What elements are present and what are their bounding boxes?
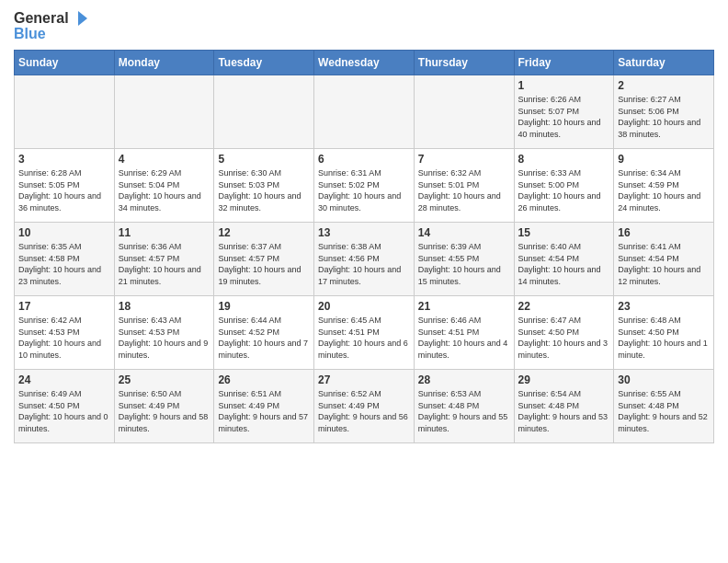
day-cell: 7Sunrise: 6:32 AM Sunset: 5:01 PM Daylig… (414, 149, 514, 223)
day-cell: 17Sunrise: 6:42 AM Sunset: 4:53 PM Dayli… (15, 296, 115, 370)
day-number: 8 (518, 153, 610, 166)
day-cell: 29Sunrise: 6:54 AM Sunset: 4:48 PM Dayli… (514, 370, 614, 443)
day-info: Sunrise: 6:34 AM Sunset: 4:59 PM Dayligh… (618, 167, 710, 213)
day-number: 12 (218, 226, 310, 239)
day-info: Sunrise: 6:42 AM Sunset: 4:53 PM Dayligh… (18, 315, 110, 361)
week-row-1: 3Sunrise: 6:28 AM Sunset: 5:05 PM Daylig… (15, 149, 714, 223)
week-row-4: 24Sunrise: 6:49 AM Sunset: 4:50 PM Dayli… (15, 370, 714, 443)
day-number: 20 (318, 300, 410, 313)
day-cell: 15Sunrise: 6:40 AM Sunset: 4:54 PM Dayli… (514, 223, 614, 296)
week-row-3: 17Sunrise: 6:42 AM Sunset: 4:53 PM Dayli… (15, 296, 714, 370)
header-cell-thursday: Thursday (414, 51, 514, 75)
day-info: Sunrise: 6:43 AM Sunset: 4:53 PM Dayligh… (119, 315, 210, 361)
day-cell: 11Sunrise: 6:36 AM Sunset: 4:57 PM Dayli… (114, 223, 214, 296)
day-cell: 6Sunrise: 6:31 AM Sunset: 5:02 PM Daylig… (314, 149, 415, 223)
day-number: 5 (218, 153, 310, 166)
day-cell: 12Sunrise: 6:37 AM Sunset: 4:57 PM Dayli… (214, 223, 314, 296)
logo-general: General (14, 10, 69, 27)
svg-marker-0 (78, 11, 87, 26)
day-info: Sunrise: 6:48 AM Sunset: 4:50 PM Dayligh… (618, 315, 710, 361)
day-number: 24 (18, 373, 110, 386)
day-cell: 1Sunrise: 6:26 AM Sunset: 5:07 PM Daylig… (514, 75, 614, 149)
day-info: Sunrise: 6:40 AM Sunset: 4:54 PM Dayligh… (518, 241, 610, 287)
day-cell (314, 75, 415, 149)
day-info: Sunrise: 6:28 AM Sunset: 5:05 PM Dayligh… (18, 167, 110, 213)
logo-text-block: General Blue (14, 9, 89, 42)
day-cell: 22Sunrise: 6:47 AM Sunset: 4:50 PM Dayli… (514, 296, 614, 370)
day-cell (214, 75, 314, 149)
day-number: 14 (418, 226, 510, 239)
week-row-2: 10Sunrise: 6:35 AM Sunset: 4:58 PM Dayli… (15, 223, 714, 296)
day-cell: 5Sunrise: 6:30 AM Sunset: 5:03 PM Daylig… (214, 149, 314, 223)
day-number: 2 (618, 79, 710, 92)
day-cell (114, 75, 214, 149)
day-cell: 25Sunrise: 6:50 AM Sunset: 4:49 PM Dayli… (114, 370, 214, 443)
day-number: 18 (119, 300, 210, 313)
day-number: 30 (618, 373, 710, 386)
header-cell-saturday: Saturday (614, 51, 714, 75)
day-info: Sunrise: 6:51 AM Sunset: 4:49 PM Dayligh… (218, 388, 310, 434)
day-info: Sunrise: 6:45 AM Sunset: 4:51 PM Dayligh… (318, 315, 410, 361)
day-number: 19 (218, 300, 310, 313)
day-number: 25 (119, 373, 210, 386)
day-info: Sunrise: 6:30 AM Sunset: 5:03 PM Dayligh… (218, 167, 310, 213)
day-info: Sunrise: 6:39 AM Sunset: 4:55 PM Dayligh… (418, 241, 510, 287)
day-cell: 13Sunrise: 6:38 AM Sunset: 4:56 PM Dayli… (314, 223, 415, 296)
day-info: Sunrise: 6:33 AM Sunset: 5:00 PM Dayligh… (518, 167, 610, 213)
day-number: 7 (418, 153, 510, 166)
calendar-table: SundayMondayTuesdayWednesdayThursdayFrid… (14, 50, 714, 443)
day-cell: 14Sunrise: 6:39 AM Sunset: 4:55 PM Dayli… (414, 223, 514, 296)
day-number: 29 (518, 373, 610, 386)
header: General Blue (14, 9, 714, 42)
logo: General Blue (14, 9, 89, 42)
day-cell: 20Sunrise: 6:45 AM Sunset: 4:51 PM Dayli… (314, 296, 415, 370)
day-cell: 19Sunrise: 6:44 AM Sunset: 4:52 PM Dayli… (214, 296, 314, 370)
day-cell: 27Sunrise: 6:52 AM Sunset: 4:49 PM Dayli… (314, 370, 415, 443)
day-info: Sunrise: 6:55 AM Sunset: 4:48 PM Dayligh… (618, 388, 710, 434)
day-info: Sunrise: 6:36 AM Sunset: 4:57 PM Dayligh… (119, 241, 210, 287)
day-info: Sunrise: 6:53 AM Sunset: 4:48 PM Dayligh… (418, 388, 510, 434)
day-number: 21 (418, 300, 510, 313)
header-cell-tuesday: Tuesday (214, 51, 314, 75)
page: General Blue SundayMondayTuesdayWednesda… (0, 0, 728, 457)
day-number: 9 (618, 153, 710, 166)
day-number: 10 (18, 226, 110, 239)
day-cell: 26Sunrise: 6:51 AM Sunset: 4:49 PM Dayli… (214, 370, 314, 443)
day-number: 23 (618, 300, 710, 313)
logo-blue: Blue (14, 26, 46, 42)
day-info: Sunrise: 6:37 AM Sunset: 4:57 PM Dayligh… (218, 241, 310, 287)
day-info: Sunrise: 6:31 AM Sunset: 5:02 PM Dayligh… (318, 167, 410, 213)
day-cell: 18Sunrise: 6:43 AM Sunset: 4:53 PM Dayli… (114, 296, 214, 370)
day-info: Sunrise: 6:35 AM Sunset: 4:58 PM Dayligh… (18, 241, 110, 287)
day-info: Sunrise: 6:46 AM Sunset: 4:51 PM Dayligh… (418, 315, 510, 361)
day-info: Sunrise: 6:32 AM Sunset: 5:01 PM Dayligh… (418, 167, 510, 213)
day-info: Sunrise: 6:50 AM Sunset: 4:49 PM Dayligh… (119, 388, 210, 434)
week-row-0: 1Sunrise: 6:26 AM Sunset: 5:07 PM Daylig… (15, 75, 714, 149)
day-cell: 2Sunrise: 6:27 AM Sunset: 5:06 PM Daylig… (614, 75, 714, 149)
day-cell: 9Sunrise: 6:34 AM Sunset: 4:59 PM Daylig… (614, 149, 714, 223)
day-cell: 16Sunrise: 6:41 AM Sunset: 4:54 PM Dayli… (614, 223, 714, 296)
day-info: Sunrise: 6:54 AM Sunset: 4:48 PM Dayligh… (518, 388, 610, 434)
day-cell: 3Sunrise: 6:28 AM Sunset: 5:05 PM Daylig… (15, 149, 115, 223)
day-number: 22 (518, 300, 610, 313)
day-number: 15 (518, 226, 610, 239)
header-cell-sunday: Sunday (15, 51, 115, 75)
day-info: Sunrise: 6:41 AM Sunset: 4:54 PM Dayligh… (618, 241, 710, 287)
day-number: 11 (119, 226, 210, 239)
day-info: Sunrise: 6:49 AM Sunset: 4:50 PM Dayligh… (18, 388, 110, 434)
header-cell-monday: Monday (114, 51, 214, 75)
logo-chevron-icon (71, 9, 89, 28)
day-cell (414, 75, 514, 149)
day-info: Sunrise: 6:26 AM Sunset: 5:07 PM Dayligh… (518, 94, 610, 140)
day-cell (15, 75, 115, 149)
calendar-body: 1Sunrise: 6:26 AM Sunset: 5:07 PM Daylig… (15, 75, 714, 443)
day-number: 13 (318, 226, 410, 239)
day-info: Sunrise: 6:27 AM Sunset: 5:06 PM Dayligh… (618, 94, 710, 140)
day-number: 27 (318, 373, 410, 386)
day-cell: 4Sunrise: 6:29 AM Sunset: 5:04 PM Daylig… (114, 149, 214, 223)
day-cell: 24Sunrise: 6:49 AM Sunset: 4:50 PM Dayli… (15, 370, 115, 443)
day-cell: 10Sunrise: 6:35 AM Sunset: 4:58 PM Dayli… (15, 223, 115, 296)
day-cell: 8Sunrise: 6:33 AM Sunset: 5:00 PM Daylig… (514, 149, 614, 223)
day-cell: 23Sunrise: 6:48 AM Sunset: 4:50 PM Dayli… (614, 296, 714, 370)
day-number: 1 (518, 79, 610, 92)
